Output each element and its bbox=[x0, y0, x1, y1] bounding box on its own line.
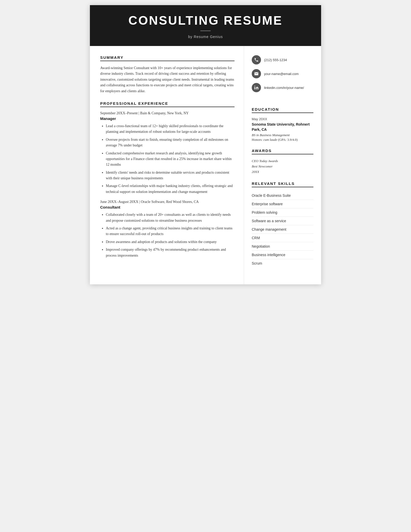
job-title-1: Manager bbox=[100, 116, 235, 121]
education-section: EDUCATION May 20XX Sonoma State Universi… bbox=[252, 107, 313, 142]
job-entry-2: June 20XX–August 20XX | Oracle Software,… bbox=[100, 200, 235, 258]
summary-section: SUMMARY Award-winning Senior Consultant … bbox=[100, 55, 235, 94]
bullet-1-3: Conducted comprehensive market research … bbox=[106, 151, 235, 168]
bullet-1-1: Lead a cross-functional team of 12+ high… bbox=[106, 123, 235, 135]
award-item-1: CEO Today Awards bbox=[252, 159, 278, 163]
award-item-2: Best Newcomer bbox=[252, 164, 273, 168]
bullet-2-1: Collaborated closely with a team of 20+ … bbox=[106, 212, 235, 223]
education-honors: Honors: cum laude (GPA: 3.9/4.0) bbox=[252, 138, 313, 142]
bullet-1-2: Oversee projects from start to finish, e… bbox=[106, 137, 235, 148]
skill-2: Enterprise software bbox=[252, 200, 313, 208]
header-divider bbox=[200, 31, 211, 31]
job-title-2: Consultant bbox=[100, 205, 235, 209]
bullet-2-4: Improved company offerings by 47% by rec… bbox=[106, 247, 235, 258]
sidebar-column: (212) 555-1234 your-name@email.com bbox=[244, 46, 321, 284]
skill-6: CRM bbox=[252, 234, 313, 242]
email-icon bbox=[252, 69, 261, 78]
resume-header: CONSULTING RESUME by Resume Genius bbox=[90, 5, 321, 46]
awards-content: CEO Today Awards Best Newcomer 20XX bbox=[252, 158, 313, 174]
skill-4: Software as a service bbox=[252, 217, 313, 225]
resume-body: SUMMARY Award-winning Senior Consultant … bbox=[90, 46, 321, 284]
skills-section: RELEVANT SKILLS Oracle E-Business Suite … bbox=[252, 181, 313, 267]
job-bullets-2: Collaborated closely with a team of 20+ … bbox=[100, 212, 235, 258]
contact-section: (212) 555-1234 your-name@email.com bbox=[252, 55, 313, 99]
experience-section: PROFESSIONAL EXPERIENCE September 20XX–P… bbox=[100, 101, 235, 258]
education-degree: BS in Business Management bbox=[252, 133, 313, 137]
resume-title: CONSULTING RESUME bbox=[100, 13, 311, 27]
resume-document: CONSULTING RESUME by Resume Genius SUMMA… bbox=[90, 5, 321, 284]
award-item-3: 20XX bbox=[252, 170, 259, 174]
skill-8: Business intelligence bbox=[252, 251, 313, 259]
bullet-1-5: Manage C-level relationships with major … bbox=[106, 183, 235, 195]
skills-heading: RELEVANT SKILLS bbox=[252, 181, 313, 187]
awards-section: AWARDS CEO Today Awards Best Newcomer 20… bbox=[252, 148, 313, 174]
phone-number: (212) 555-1234 bbox=[264, 58, 287, 62]
linkedin-contact: linkedin.com/in/your-name/ bbox=[252, 83, 313, 92]
skill-7: Negotiation bbox=[252, 242, 313, 251]
summary-text: Award-winning Senior Consultant with 10+… bbox=[100, 65, 235, 94]
linkedin-url: linkedin.com/in/your-name/ bbox=[264, 86, 304, 90]
skill-9: Scrum bbox=[252, 259, 313, 267]
skill-1: Oracle E-Business Suite bbox=[252, 191, 313, 200]
header-byline: by Resume Genius bbox=[100, 35, 311, 39]
bullet-2-3: Drove awareness and adoption of products… bbox=[106, 239, 235, 245]
job-period-2: June 20XX–August 20XX | Oracle Software,… bbox=[100, 200, 235, 204]
job-period-1: September 20XX–Present | Bain & Company,… bbox=[100, 111, 235, 115]
bullet-1-4: Identify clients' needs and risks to det… bbox=[106, 170, 235, 181]
main-column: SUMMARY Award-winning Senior Consultant … bbox=[90, 46, 244, 284]
education-heading: EDUCATION bbox=[252, 107, 313, 113]
education-date: May 20XX bbox=[252, 117, 313, 121]
skill-5: Change management bbox=[252, 225, 313, 234]
linkedin-icon bbox=[252, 83, 261, 92]
phone-icon bbox=[252, 55, 261, 64]
phone-contact: (212) 555-1234 bbox=[252, 55, 313, 64]
job-bullets-1: Lead a cross-functional team of 12+ high… bbox=[100, 123, 235, 195]
job-entry-1: September 20XX–Present | Bain & Company,… bbox=[100, 111, 235, 195]
experience-heading: PROFESSIONAL EXPERIENCE bbox=[100, 101, 235, 107]
email-contact: your-name@email.com bbox=[252, 69, 313, 78]
email-address: your-name@email.com bbox=[264, 72, 299, 76]
skill-3: Problem solving bbox=[252, 208, 313, 217]
education-institution: Sonoma State University, Rohnert Park, C… bbox=[252, 122, 313, 132]
summary-heading: SUMMARY bbox=[100, 55, 235, 61]
awards-heading: AWARDS bbox=[252, 148, 313, 154]
bullet-2-2: Acted as a change agent, providing criti… bbox=[106, 226, 235, 237]
